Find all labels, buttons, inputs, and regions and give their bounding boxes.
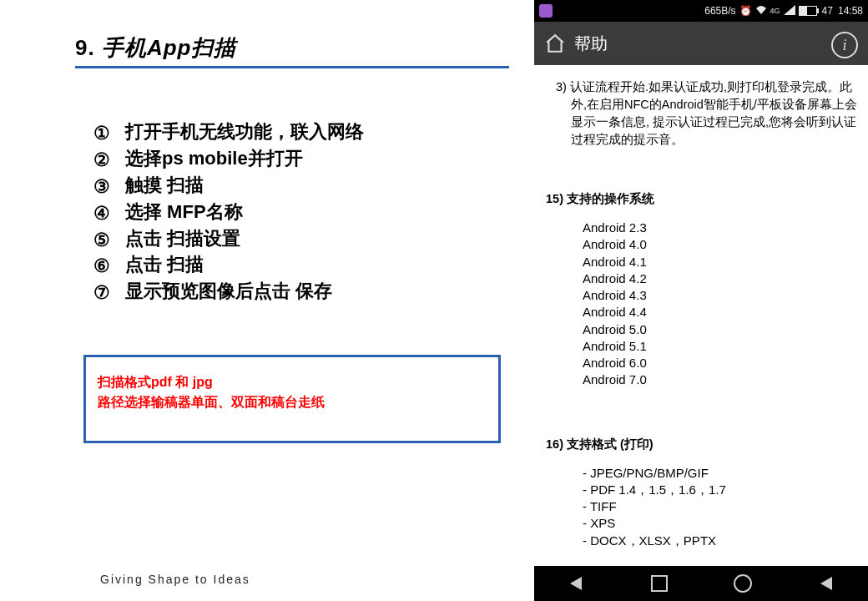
phone-pane: 665B/s ⏰ 4G 47 14:58 帮助 i 3) 认证 [534,0,868,601]
help-content[interactable]: 3) 认证流程开始.如果认证成功,则打印机登录完成。此外,在启用NFC的Andr… [534,65,868,549]
info-icon[interactable]: i [831,32,858,58]
list-item: ⑦显示预览图像后点击 保存 [92,278,509,305]
step-list: ①打开手机无线功能，联入网络 ②选择ps mobile并打开 ③触摸 扫描 ④选… [75,119,509,305]
android-nav-bar [534,566,868,601]
title-number: 9. [75,35,95,60]
status-time: 14:58 [838,5,863,17]
battery-percent: 47 [822,5,833,17]
notification-icon [539,4,553,18]
list-item: ⑥点击 扫描 [92,251,509,278]
step-text: 点击 扫描设置 [125,228,240,249]
list-item: Android 4.3 [583,287,858,304]
step-marker: ④ [92,200,112,227]
step-marker: ⑥ [92,253,112,280]
list-item: ④选择 MFP名称 [92,199,509,225]
list-item: Android 4.4 [583,304,858,321]
recent-apps-button[interactable] [649,573,669,593]
list-item: JPEG/PNG/BMP/GIF [583,465,858,482]
list-item: ⑤点击 扫描设置 [92,225,509,252]
back-button[interactable] [566,573,586,593]
list-item: Android 4.1 [583,254,858,270]
back-button-alt[interactable] [816,573,836,593]
list-item: DOCX，XLSX，PPTX [583,533,858,549]
list-item: XPS [583,515,858,532]
step-text: 选择ps mobile并打开 [125,148,303,169]
note-line: 扫描格式pdf 和 jpg [98,372,487,392]
title-text: 手机App扫描 [102,35,237,60]
list-item: Android 5.0 [583,321,858,338]
step-text: 打开手机无线功能，联入网络 [125,121,364,142]
list-item: ②选择ps mobile并打开 [92,145,509,172]
app-bar: 帮助 i [534,22,868,65]
note-box: 扫描格式pdf 和 jpg 路径选择输稿器单面、双面和稿台走纸 [83,355,501,443]
home-button[interactable] [733,573,753,593]
step-marker: ② [92,147,112,174]
list-item: ③触摸 扫描 [92,172,509,199]
list-item: Android 2.3 [583,220,858,236]
step-marker: ⑤ [92,227,112,254]
list-item: PDF 1.4，1.5，1.6，1.7 [583,482,858,498]
list-item: Android 4.2 [583,270,858,287]
list-item: ①打开手机无线功能，联入网络 [92,119,509,145]
list-item: Android 4.0 [583,236,858,253]
help-paragraph: 3) 认证流程开始.如果认证成功,则打印机登录完成。此外,在启用NFC的Andr… [546,78,858,149]
page-title: 9. 手机App扫描 [75,33,509,63]
list-item: TIFF [583,498,858,515]
step-text: 点击 扫描 [125,254,204,275]
wifi-icon [755,5,767,18]
step-marker: ⑦ [92,280,112,306]
list-item: Android 7.0 [583,371,858,388]
step-marker: ③ [92,174,112,200]
os-list: Android 2.3 Android 4.0 Android 4.1 Andr… [546,220,858,389]
step-marker: ① [92,120,112,147]
note-line: 路径选择输稿器单面、双面和稿台走纸 [98,392,487,412]
step-text: 触摸 扫描 [125,174,204,195]
section-heading: 15) 支持的操作系统 [546,190,858,208]
format-list: JPEG/PNG/BMP/GIF PDF 1.4，1.5，1.6，1.7 TIF… [546,465,858,549]
network-type: 4G [770,8,780,15]
home-icon[interactable] [542,31,568,56]
appbar-title: 帮助 [574,33,608,55]
signal-icon [784,5,795,18]
list-item: Android 6.0 [583,355,858,371]
battery-icon [799,6,817,16]
status-bar: 665B/s ⏰ 4G 47 14:58 [534,0,868,22]
step-text: 显示预览图像后点击 保存 [125,280,332,301]
alarm-icon: ⏰ [739,5,752,17]
step-text: 选择 MFP名称 [125,201,243,222]
list-item: Android 5.1 [583,338,858,355]
section-heading: 16) 支持格式 (打印) [546,436,858,453]
footer-slogan: Giving Shape to Ideas [100,573,250,586]
title-underline [75,66,509,68]
status-right: 665B/s ⏰ 4G 47 14:58 [704,0,863,22]
net-speed: 665B/s [704,5,735,17]
document-pane: 9. 手机App扫描 ①打开手机无线功能，联入网络 ②选择ps mobile并打… [0,0,534,601]
